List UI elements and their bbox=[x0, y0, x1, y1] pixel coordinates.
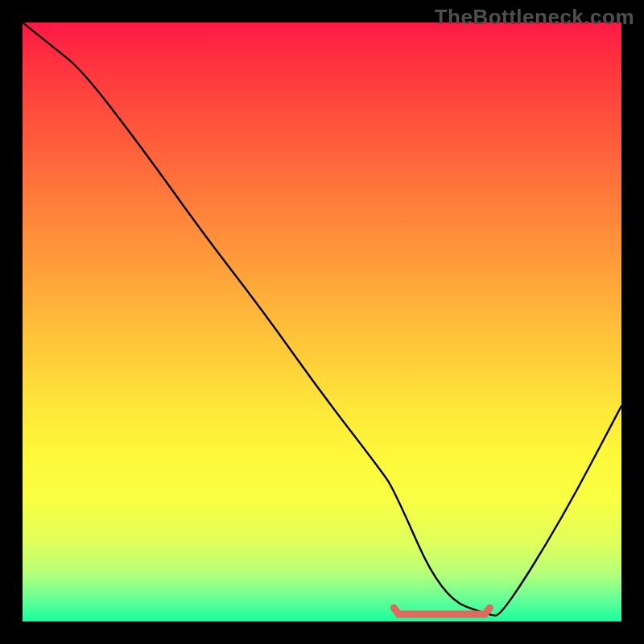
watermark-text: TheBottleneck.com bbox=[435, 5, 634, 30]
bottleneck-curve bbox=[23, 23, 621, 616]
plot-area bbox=[23, 23, 621, 621]
highlight-band bbox=[394, 608, 489, 614]
chart-frame: TheBottleneck.com bbox=[0, 0, 644, 644]
curve-layer bbox=[23, 23, 621, 621]
